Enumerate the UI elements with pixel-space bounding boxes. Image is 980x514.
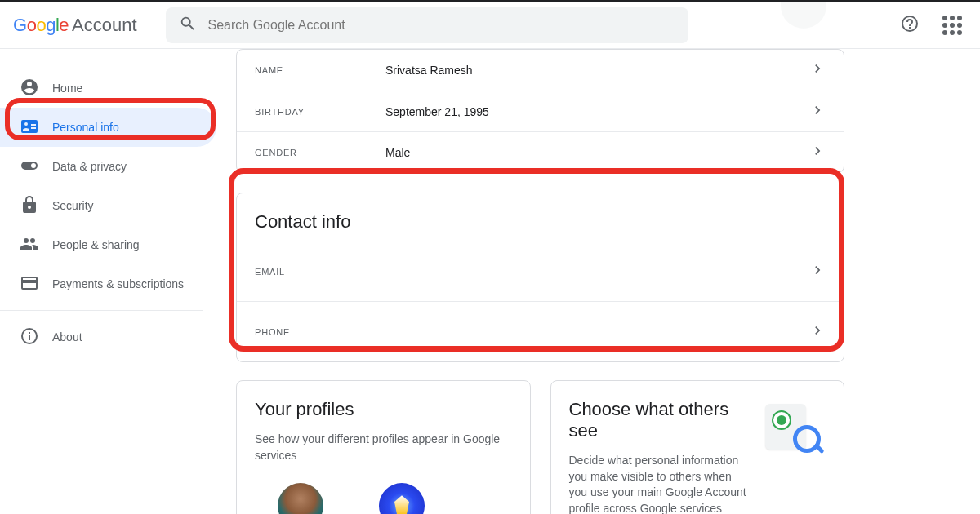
credit-card-icon [20,273,39,295]
sidebar-item-label: Payments & subscriptions [52,277,184,290]
sidebar-item-payments[interactable]: Payments & subscriptions [0,264,216,304]
info-icon [20,326,39,348]
main-content: NAME Srivatsa Ramesh BIRTHDAY September … [216,49,980,514]
row-value: Srivatsa Ramesh [385,64,809,77]
sidebar-divider [0,310,203,311]
sidebar-item-label: Home [52,82,82,95]
id-card-icon [20,117,39,139]
row-gender[interactable]: GENDER Male [237,131,844,172]
row-label: PHONE [255,327,385,337]
chevron-right-icon [809,262,826,281]
account-word: Account [72,15,137,36]
basic-info-card: NAME Srivatsa Ramesh BIRTHDAY September … [236,49,844,173]
sidebar-item-label: Security [52,199,94,212]
row-phone[interactable]: PHONE [237,301,844,361]
row-name[interactable]: NAME Srivatsa Ramesh [237,50,844,91]
chevron-right-icon [809,102,826,122]
row-label: GENDER [255,148,385,157]
card-description: Decide what personal information you mak… [569,453,748,514]
sidebar-item-people-sharing[interactable]: People & sharing [0,225,216,264]
row-label: BIRTHDAY [255,107,385,117]
profile-preview-icon [760,399,826,464]
card-title: Choose what others see [569,399,748,441]
sidebar: Home Personal info Data & privacy Securi… [0,49,216,514]
card-title: Your profiles [255,399,512,420]
header: Google Account [0,2,980,49]
row-value: Male [385,146,809,159]
profile-avatar-2[interactable] [379,483,425,514]
chevron-right-icon [809,60,826,80]
sidebar-item-security[interactable]: Security [0,186,216,225]
people-icon [20,234,39,256]
sidebar-item-home[interactable]: Home [0,69,216,108]
card-description: See how your different profiles appear i… [255,432,512,463]
search-icon [179,15,197,36]
sidebar-item-label: Data & privacy [52,160,127,173]
sidebar-item-about[interactable]: About [0,317,216,357]
sidebar-item-label: Personal info [52,121,119,134]
toggle-icon [20,156,39,178]
row-value: September 21, 1995 [385,105,809,118]
row-label: NAME [255,65,385,75]
search-bar[interactable] [166,7,688,43]
google-logo: Google [13,15,69,36]
help-button[interactable] [893,9,926,42]
lock-icon [20,195,39,217]
help-icon [900,14,920,37]
your-profiles-card[interactable]: Your profiles See how your different pro… [236,380,531,514]
profile-avatar-1[interactable] [278,483,323,514]
chevron-right-icon [809,322,826,342]
contact-info-card: Contact info EMAIL PHONE [236,193,844,362]
sidebar-item-label: About [52,330,82,343]
search-input[interactable] [208,18,675,33]
sidebar-item-label: People & sharing [52,238,140,251]
header-avatar-partial [781,2,826,29]
card-title: Contact info [237,211,844,241]
row-birthday[interactable]: BIRTHDAY September 21, 1995 [237,91,844,131]
apps-icon [942,16,962,35]
row-email[interactable]: EMAIL [237,241,844,301]
apps-button[interactable] [936,9,969,42]
row-label: EMAIL [255,267,385,277]
google-account-logo[interactable]: Google Account [13,15,137,36]
choose-what-others-see-card[interactable]: Choose what others see Decide what perso… [550,380,845,514]
sidebar-item-personal-info[interactable]: Personal info [0,108,216,147]
sidebar-item-data-privacy[interactable]: Data & privacy [0,147,216,186]
chevron-right-icon [809,143,826,162]
home-icon [20,78,39,100]
